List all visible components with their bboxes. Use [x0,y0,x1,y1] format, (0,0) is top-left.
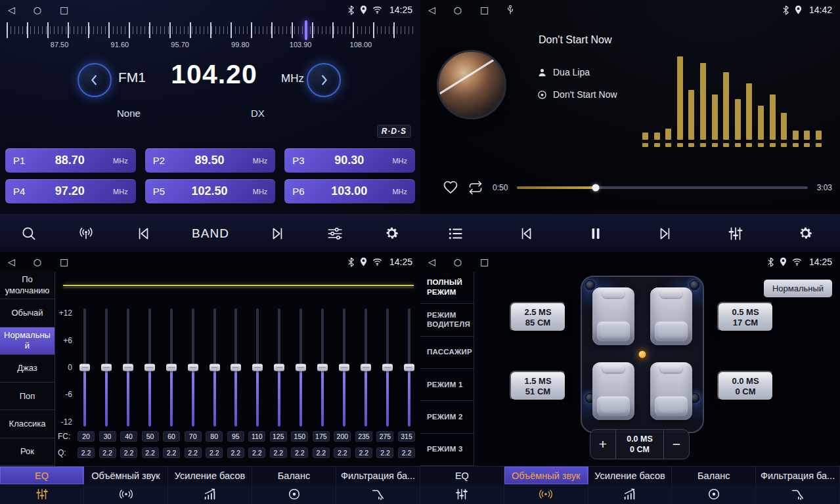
next-track-button[interactable] [657,225,674,242]
tab-filter-icon-button[interactable] [336,484,420,504]
mode-full[interactable]: ПОЛНЫЙ РЕЖИМ [420,272,474,304]
back-icon[interactable]: ◁ [8,257,15,266]
eq-slider-knob[interactable] [188,364,198,371]
preset-p2[interactable]: P2 89.50 MHz [145,148,276,173]
tab-surround-sound[interactable]: Объёмный звук [504,467,588,484]
car-cabin-map[interactable] [581,276,704,433]
eq-band-slider[interactable] [100,308,112,427]
eq-slider-knob[interactable] [274,364,284,371]
eq-slider-knob[interactable] [252,364,263,371]
repeat-button[interactable] [468,180,483,196]
eq-preset-jazz[interactable]: Джаз [0,355,55,383]
eq-band-slider[interactable] [382,308,393,427]
tab-surround-icon-button[interactable] [504,484,588,504]
eq-slider-knob[interactable] [79,364,90,371]
tab-bass-boost[interactable]: Усиление басов [168,467,252,484]
eq-slider-knob[interactable] [382,364,393,371]
favorite-button[interactable] [443,180,458,196]
eq-slider-knob[interactable] [317,364,328,371]
previous-track-button[interactable] [518,225,535,242]
eq-band-slider[interactable] [122,308,134,427]
previous-station-button[interactable] [135,225,152,242]
tab-eq[interactable]: EQ [420,467,504,484]
eq-band-slider[interactable] [79,308,91,427]
audio-settings-button[interactable] [727,225,744,242]
eq-preset-normal[interactable]: Нормальный [0,327,55,355]
recents-icon[interactable]: □ [60,257,68,266]
frequency-ruler[interactable] [7,22,414,38]
recents-icon[interactable]: □ [480,257,489,266]
tab-balance[interactable]: Баланс [252,467,336,484]
eq-band-slider[interactable] [187,308,199,427]
eq-band-slider[interactable] [317,308,328,427]
preset-p6[interactable]: P6 103.00 MHz [284,179,415,203]
preset-p1[interactable]: P1 88.70 MHz [5,148,136,173]
delay-front-left[interactable]: 2.5 MS 85 CM [510,302,566,332]
playlist-button[interactable] [447,225,464,242]
tab-filter[interactable]: Фильтрация ба... [756,467,840,484]
eq-preset-pop[interactable]: Поп [0,383,55,410]
recents-icon[interactable]: □ [480,5,489,14]
eq-band-slider[interactable] [360,308,372,427]
back-icon[interactable]: ◁ [428,257,435,266]
eq-band-slider[interactable] [295,308,307,427]
tab-eq-icon-button[interactable] [420,484,504,504]
eq-slider-knob[interactable] [361,364,371,371]
delay-front-right[interactable]: 0.5 MS 17 CM [717,302,774,332]
eq-slider-knob[interactable] [123,364,133,371]
next-station-button[interactable] [269,225,286,242]
tab-eq-icon-button[interactable] [0,484,84,504]
eq-preset-rock[interactable]: Рок [0,438,55,466]
tab-filter-icon-button[interactable] [756,484,840,504]
delay-rear-left[interactable]: 1.5 MS 51 CM [510,371,566,401]
eq-slider-knob[interactable] [101,364,112,371]
eq-slider-knob[interactable] [210,364,220,371]
tune-down-button[interactable] [77,63,112,97]
eq-slider-knob[interactable] [339,364,349,371]
mode-2[interactable]: РЕЖИМ 2 [420,401,474,433]
tab-balance-icon-button[interactable] [672,484,756,504]
tab-balance[interactable]: Баланс [672,467,756,484]
mode-passenger[interactable]: ПАССАЖИР [420,337,474,369]
eq-slider-knob[interactable] [231,364,241,371]
preset-normal-button[interactable]: Нормальный [764,280,832,297]
eq-slider-knob[interactable] [404,364,414,371]
back-icon[interactable]: ◁ [428,5,435,14]
preset-p5[interactable]: P5 102.50 MHz [145,179,276,203]
listening-position-dot[interactable] [639,351,646,358]
eq-preset-classic[interactable]: Классика [0,410,55,438]
preset-p4[interactable]: P4 97.20 MHz [5,179,136,203]
increase-delay-button[interactable]: + [590,430,615,459]
progress-knob[interactable] [592,184,599,192]
eq-settings-button[interactable] [326,225,343,242]
home-icon[interactable]: ○ [33,257,41,266]
eq-slider-knob[interactable] [296,364,306,371]
tab-bass-icon-button[interactable] [588,484,673,504]
delay-rear-right[interactable]: 0.0 MS 0 CM [717,371,774,401]
progress-bar[interactable] [517,186,807,189]
tab-balance-icon-button[interactable] [252,484,336,504]
eq-band-slider[interactable] [273,308,285,427]
preset-p3[interactable]: P3 90.30 MHz [284,148,415,173]
eq-slider-knob[interactable] [144,364,155,371]
eq-band-slider[interactable] [209,308,221,427]
eq-band-slider[interactable] [252,308,263,427]
decrease-delay-button[interactable]: − [664,430,689,459]
mode-3[interactable]: РЕЖИМ 3 [420,434,474,466]
search-button[interactable] [20,225,37,242]
back-icon[interactable]: ◁ [8,5,15,14]
home-icon[interactable]: ○ [454,257,462,266]
mode-1[interactable]: РЕЖИМ 1 [420,369,474,401]
tab-surround-sound[interactable]: Объёмный звук [84,467,168,484]
eq-band-slider[interactable] [338,308,350,427]
eq-band-slider[interactable] [166,308,177,427]
tab-eq[interactable]: EQ [0,467,84,484]
band-button[interactable]: BAND [192,226,229,241]
home-icon[interactable]: ○ [454,5,462,14]
eq-band-slider[interactable] [403,308,415,427]
tab-bass-boost[interactable]: Усиление басов [588,467,673,484]
tab-surround-icon-button[interactable] [84,484,168,504]
tab-filter[interactable]: Фильтрация ба... [336,467,420,484]
home-icon[interactable]: ○ [33,5,41,14]
tune-up-button[interactable] [307,63,341,97]
